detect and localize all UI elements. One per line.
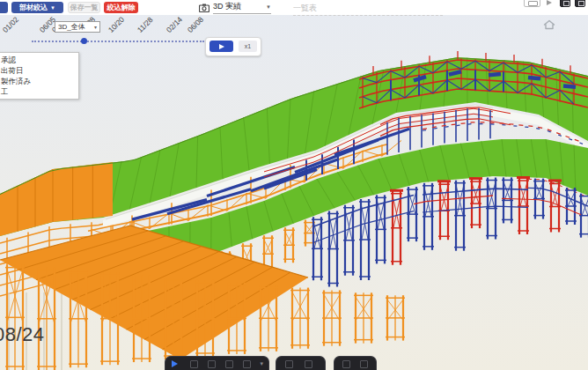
viewer-tool-icon[interactable] xyxy=(285,360,293,368)
viewer-play-icon xyxy=(172,360,178,367)
chevron-down-icon: ▾ xyxy=(260,360,263,367)
mini-play-button[interactable] xyxy=(545,0,555,7)
status-filter-panel: 承認 出荷日 製作済み 工 xyxy=(0,52,79,100)
partial-right-button[interactable] xyxy=(575,0,585,7)
chevron-down-icon: ▼ xyxy=(50,5,55,11)
timeline-handle[interactable] xyxy=(81,38,87,44)
calendar-button[interactable] xyxy=(560,0,570,7)
view-select-value[interactable]: 3D 実績 ▼ xyxy=(213,1,271,14)
viewer-tool-icon[interactable] xyxy=(208,360,216,368)
chevron-down-icon: ▾ xyxy=(94,24,97,30)
viewer-toolbar-group-1[interactable]: ▾ xyxy=(165,356,269,370)
viewer-tool-icon[interactable] xyxy=(360,360,368,368)
snapshot-button[interactable] xyxy=(524,0,540,7)
top-right-toolbar xyxy=(524,0,585,7)
chevron-down-icon: ▼ xyxy=(266,4,271,10)
member-filter-label: 部材絞込 xyxy=(19,3,48,12)
view-name: 3D 実績 xyxy=(213,1,241,12)
timeline-view-label: 3D_全体 xyxy=(58,22,85,32)
viewer-toolbar-group-2[interactable] xyxy=(276,356,326,370)
viewer-toolbar-group-3[interactable] xyxy=(334,356,377,370)
3d-viewport[interactable] xyxy=(0,0,588,370)
viewer-tool-icon[interactable] xyxy=(342,360,350,368)
panel-item-fabricated[interactable]: 製作済み xyxy=(0,76,78,86)
timeline-view-select[interactable]: 3D_全体 ▾ xyxy=(55,21,100,33)
viewer-tool-icon[interactable] xyxy=(225,360,233,368)
panel-item-approved[interactable]: 承認 xyxy=(0,55,78,65)
clear-filter-label: 絞込解除 xyxy=(107,3,136,12)
play-button[interactable] xyxy=(209,41,233,52)
list-table-link[interactable]: 一覧表 xyxy=(293,3,443,16)
playback-controls: x1 xyxy=(205,37,261,56)
save-list-button[interactable]: 保存一覧 xyxy=(68,2,100,13)
timeline-track[interactable] xyxy=(32,41,204,42)
camera-icon xyxy=(199,4,209,12)
speed-button[interactable]: x1 xyxy=(239,41,257,52)
clear-filter-button[interactable]: 絞込解除 xyxy=(104,2,138,13)
partial-left-button[interactable] xyxy=(0,2,8,13)
panel-item-shipping[interactable]: 出荷日 xyxy=(0,65,78,76)
simulation-date: 08/24 xyxy=(0,323,45,346)
save-list-label: 保存一覧 xyxy=(70,3,99,12)
panel-item-construction[interactable]: 工 xyxy=(0,86,78,97)
member-filter-button[interactable]: 部材絞込 ▼ xyxy=(11,2,63,13)
viewer-tool-icon[interactable] xyxy=(243,360,251,368)
view-selector[interactable]: 3D 実績 ▼ xyxy=(199,2,271,13)
app-window: 08/24 部材絞込 ▼ 保存一覧 絞込解除 3D 実績 ▼ 一覧表 xyxy=(0,0,588,370)
home-icon[interactable] xyxy=(541,17,557,33)
top-toolbar: 部材絞込 ▼ 保存一覧 絞込解除 3D 実績 ▼ 一覧表 xyxy=(0,0,588,15)
viewer-tool-icon[interactable] xyxy=(305,360,312,368)
viewer-tool-icon[interactable] xyxy=(190,360,198,368)
